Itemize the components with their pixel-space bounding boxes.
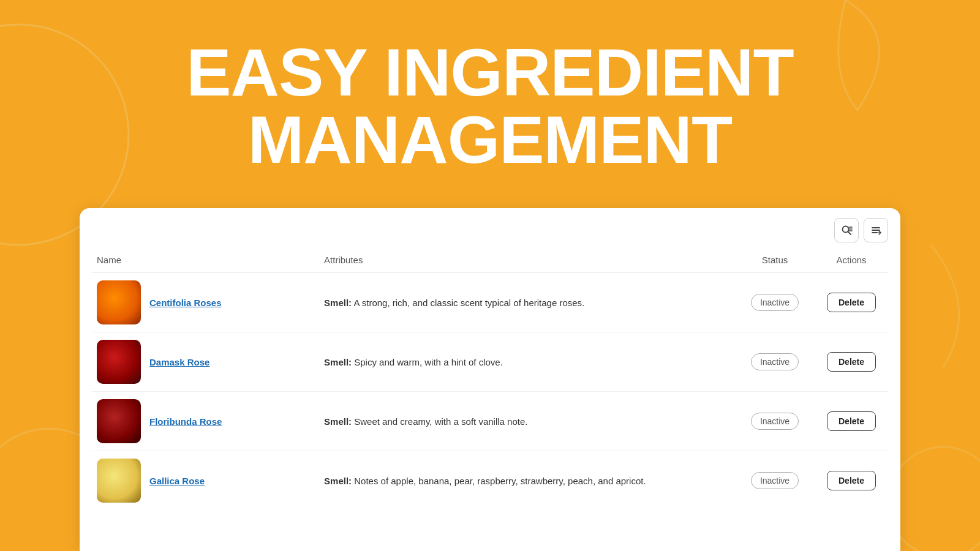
status-cell: Inactive bbox=[735, 392, 815, 451]
status-badge: Inactive bbox=[751, 413, 799, 430]
actions-cell: Delete bbox=[815, 273, 888, 332]
item-image bbox=[97, 399, 141, 443]
svg-point-2 bbox=[888, 447, 980, 551]
rose-img-inner bbox=[97, 280, 141, 324]
ingredients-table: Name Attributes Status Actions Centifoli… bbox=[92, 247, 888, 510]
name-cell: Gallica Rose bbox=[92, 451, 319, 511]
sort-button[interactable] bbox=[864, 218, 888, 242]
delete-button[interactable]: Delete bbox=[827, 352, 876, 372]
status-cell: Inactive bbox=[735, 332, 815, 392]
hero-title: EASY INGREDIENT MANAGEMENT bbox=[186, 39, 794, 173]
item-image bbox=[97, 280, 141, 324]
hero-line1: EASY INGREDIENT bbox=[186, 34, 794, 110]
name-cell: Damask Rose bbox=[92, 332, 319, 392]
actions-cell: Delete bbox=[815, 392, 888, 451]
col-header-status: Status bbox=[735, 247, 815, 273]
table-row: Floribunda Rose Smell: Sweet and creamy,… bbox=[92, 392, 888, 451]
status-cell: Inactive bbox=[735, 451, 815, 511]
item-name-link[interactable]: Centifolia Roses bbox=[149, 298, 222, 308]
actions-cell: Delete bbox=[815, 451, 888, 511]
table-header-row: Name Attributes Status Actions bbox=[92, 247, 888, 273]
delete-button[interactable]: Delete bbox=[827, 293, 876, 312]
attributes-cell: Smell: A strong, rich, and classic scent… bbox=[319, 273, 735, 332]
attributes-cell: Smell: Spicy and warm, with a hint of cl… bbox=[319, 332, 735, 392]
search-filter-button[interactable] bbox=[834, 218, 859, 242]
attributes-cell: Smell: Sweet and creamy, with a soft van… bbox=[319, 392, 735, 451]
item-name-link[interactable]: Floribunda Rose bbox=[149, 416, 222, 427]
attr-label: Smell: bbox=[324, 416, 352, 427]
hero-line2: MANAGEMENT bbox=[248, 102, 733, 177]
attr-label: Smell: bbox=[324, 476, 352, 486]
item-name-link[interactable]: Gallica Rose bbox=[149, 476, 205, 486]
table-wrapper: Name Attributes Status Actions Centifoli… bbox=[80, 247, 900, 551]
col-header-actions: Actions bbox=[815, 247, 888, 273]
hero-section: EASY INGREDIENT MANAGEMENT bbox=[0, 0, 980, 211]
rose-img-inner bbox=[97, 399, 141, 443]
delete-button[interactable]: Delete bbox=[827, 411, 876, 431]
status-badge: Inactive bbox=[751, 353, 799, 370]
attributes-cell: Smell: Notes of apple, banana, pear, ras… bbox=[319, 451, 735, 511]
status-badge: Inactive bbox=[751, 472, 799, 489]
col-header-attributes: Attributes bbox=[319, 247, 735, 273]
toolbar bbox=[80, 208, 900, 247]
attr-label: Smell: bbox=[324, 357, 352, 367]
sort-icon bbox=[870, 224, 882, 236]
actions-cell: Delete bbox=[815, 332, 888, 392]
main-card: Name Attributes Status Actions Centifoli… bbox=[80, 208, 900, 551]
table-row: Gallica Rose Smell: Notes of apple, bana… bbox=[92, 451, 888, 511]
status-badge: Inactive bbox=[751, 294, 799, 311]
rose-img-inner bbox=[97, 340, 141, 384]
search-filter-icon bbox=[840, 224, 853, 236]
col-header-name: Name bbox=[92, 247, 319, 273]
table-row: Centifolia Roses Smell: A strong, rich, … bbox=[92, 273, 888, 332]
status-cell: Inactive bbox=[735, 273, 815, 332]
item-image bbox=[97, 340, 141, 384]
attr-label: Smell: bbox=[324, 298, 352, 308]
item-image bbox=[97, 459, 141, 503]
delete-button[interactable]: Delete bbox=[827, 471, 876, 490]
table-row: Damask Rose Smell: Spicy and warm, with … bbox=[92, 332, 888, 392]
name-cell: Floribunda Rose bbox=[92, 392, 319, 451]
rose-img-inner bbox=[97, 459, 141, 503]
item-name-link[interactable]: Damask Rose bbox=[149, 357, 209, 367]
svg-line-4 bbox=[848, 232, 851, 235]
name-cell: Centifolia Roses bbox=[92, 273, 319, 332]
